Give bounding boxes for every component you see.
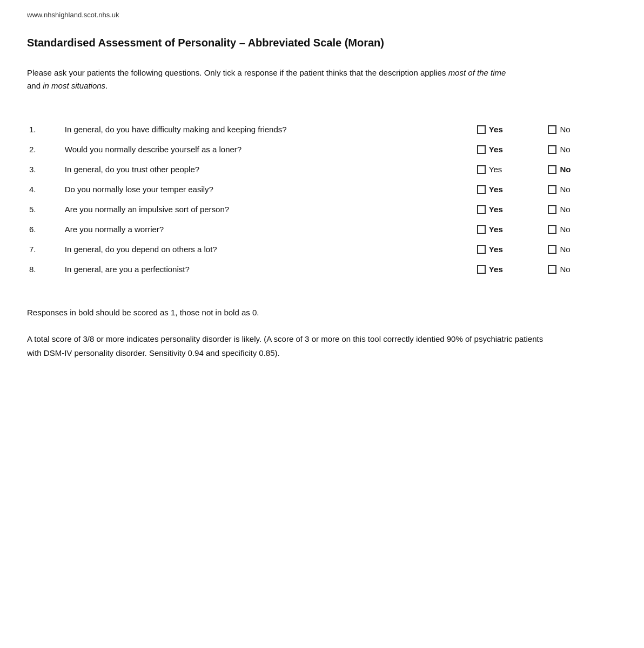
- no-checkbox[interactable]: [548, 205, 556, 214]
- table-row: 7.In general, do you depend on others a …: [27, 239, 617, 259]
- no-label: No: [560, 165, 571, 174]
- table-row: 2.Would you normally describe yourself a…: [27, 139, 617, 159]
- yes-checkbox[interactable]: [477, 145, 486, 154]
- yes-label: Yes: [489, 245, 503, 254]
- yes-option[interactable]: Yes: [475, 119, 546, 139]
- yes-checkbox[interactable]: [477, 245, 486, 254]
- no-checkbox[interactable]: [548, 225, 556, 234]
- no-option[interactable]: No: [546, 139, 617, 159]
- yes-option[interactable]: Yes: [475, 219, 546, 239]
- no-checkbox[interactable]: [548, 245, 556, 254]
- no-option[interactable]: No: [546, 179, 617, 199]
- table-row: 1.In general, do you have difficulty mak…: [27, 119, 617, 139]
- no-option[interactable]: No: [546, 119, 617, 139]
- question-number: 4.: [27, 179, 63, 199]
- table-row: 8.In general, are you a perfectionist?Ye…: [27, 259, 617, 279]
- yes-option[interactable]: Yes: [475, 199, 546, 219]
- yes-option[interactable]: Yes: [475, 239, 546, 259]
- instructions-text2: and: [27, 81, 43, 90]
- no-label: No: [560, 145, 570, 154]
- instructions-text1: Please ask your patients the following q…: [27, 68, 448, 77]
- table-row: 6.Are you normally a worrier?YesNo: [27, 219, 617, 239]
- table-row: 4.Do you normally lose your temper easil…: [27, 179, 617, 199]
- yes-option[interactable]: Yes: [475, 159, 546, 179]
- question-text: Do you normally lose your temper easily?: [63, 179, 475, 199]
- question-number: 5.: [27, 199, 63, 219]
- yes-label: Yes: [489, 265, 503, 274]
- yes-label: Yes: [489, 165, 502, 174]
- questions-table: 1.In general, do you have difficulty mak…: [27, 119, 617, 279]
- question-text: In general, are you a perfectionist?: [63, 259, 475, 279]
- total-score: A total score of 3/8 or more indicates p…: [27, 332, 546, 360]
- question-text: In general, do you depend on others a lo…: [63, 239, 475, 259]
- question-text: In general, do you have difficulty makin…: [63, 119, 475, 139]
- instructions-text3: .: [105, 81, 108, 90]
- yes-label: Yes: [489, 205, 503, 214]
- no-option[interactable]: No: [546, 199, 617, 219]
- no-option[interactable]: No: [546, 259, 617, 279]
- question-text: Are you normally an impulsive sort of pe…: [63, 199, 475, 219]
- no-checkbox[interactable]: [548, 265, 556, 274]
- no-checkbox[interactable]: [548, 145, 556, 154]
- yes-label: Yes: [489, 145, 503, 154]
- yes-checkbox[interactable]: [477, 125, 486, 134]
- question-text: Are you normally a worrier?: [63, 219, 475, 239]
- question-number: 6.: [27, 219, 63, 239]
- instructions: Please ask your patients the following q…: [27, 66, 513, 92]
- scoring-note: Responses in bold should be scored as 1,…: [27, 306, 617, 319]
- question-text: In general, do you trust other people?: [63, 159, 475, 179]
- yes-checkbox[interactable]: [477, 165, 486, 174]
- question-number: 3.: [27, 159, 63, 179]
- question-number: 1.: [27, 119, 63, 139]
- no-label: No: [560, 125, 570, 134]
- yes-option[interactable]: Yes: [475, 179, 546, 199]
- no-option[interactable]: No: [546, 239, 617, 259]
- website-url: www.nhshighland.scot.nhs.uk: [27, 11, 617, 19]
- instructions-italic1: most of the time: [448, 68, 506, 77]
- no-label: No: [560, 205, 570, 214]
- no-label: No: [560, 185, 570, 194]
- no-checkbox[interactable]: [548, 165, 556, 174]
- yes-checkbox[interactable]: [477, 225, 486, 234]
- no-option[interactable]: No: [546, 219, 617, 239]
- yes-option[interactable]: Yes: [475, 139, 546, 159]
- no-label: No: [560, 265, 570, 274]
- yes-option[interactable]: Yes: [475, 259, 546, 279]
- yes-label: Yes: [489, 225, 503, 234]
- question-number: 7.: [27, 239, 63, 259]
- question-number: 2.: [27, 139, 63, 159]
- yes-checkbox[interactable]: [477, 205, 486, 214]
- no-label: No: [560, 225, 570, 234]
- no-checkbox[interactable]: [548, 185, 556, 194]
- page-title: Standardised Assessment of Personality –…: [27, 35, 617, 50]
- yes-checkbox[interactable]: [477, 265, 486, 274]
- yes-label: Yes: [489, 185, 503, 194]
- no-label: No: [560, 245, 570, 254]
- yes-checkbox[interactable]: [477, 185, 486, 194]
- question-text: Would you normally describe yourself as …: [63, 139, 475, 159]
- table-row: 3.In general, do you trust other people?…: [27, 159, 617, 179]
- instructions-italic2: in most situations: [43, 81, 105, 90]
- question-number: 8.: [27, 259, 63, 279]
- table-row: 5.Are you normally an impulsive sort of …: [27, 199, 617, 219]
- no-checkbox[interactable]: [548, 125, 556, 134]
- yes-label: Yes: [489, 125, 503, 134]
- no-option[interactable]: No: [546, 159, 617, 179]
